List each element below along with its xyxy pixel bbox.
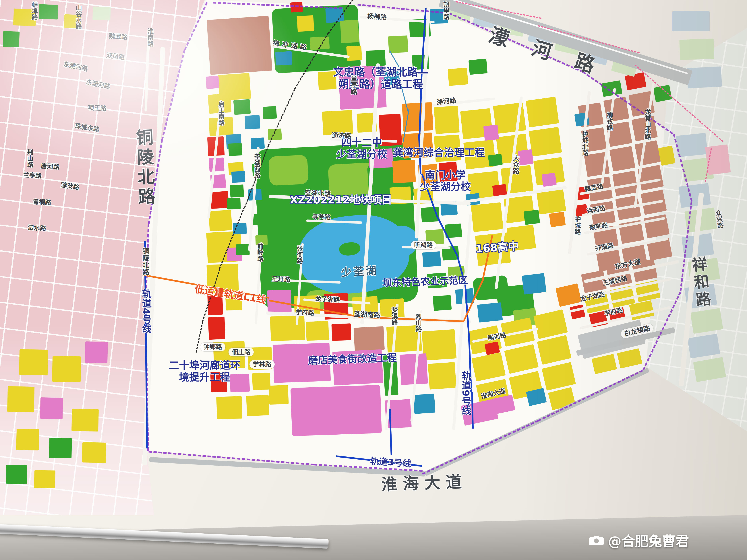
lake-label: 少荃湖 [341, 265, 379, 279]
project-label: 龚湾河综合治理工程 [393, 147, 485, 158]
major-road-label: 铜陵北路 [133, 128, 155, 208]
road-label: 护城北路 [581, 131, 588, 156]
project-label: 168高中 [475, 240, 519, 255]
road-label: 学林路 [250, 360, 275, 369]
road-label: 兰亭路 [23, 171, 42, 179]
road-label: 启王南路 [217, 101, 225, 126]
major-road-label: 淮海大道 [381, 473, 468, 494]
road-label: 运河路 [586, 205, 606, 215]
road-label: 王圩路 [272, 275, 290, 283]
major-road-label: 祥和路 [689, 256, 712, 310]
camera-icon [589, 534, 604, 546]
road-label: 烈山路 [415, 314, 422, 332]
road-label: 钟郢路 [200, 343, 225, 351]
road-label: 通济路 [331, 132, 351, 140]
road-label: 龙脊山北路 [644, 109, 651, 140]
road-label: 青桐路 [32, 198, 51, 206]
road-label: 龙子湖路 [579, 291, 605, 303]
road-label: 魏武路 [108, 32, 127, 41]
road-label: 敬亭路 [589, 221, 608, 232]
road-label: 珠城东路 [74, 122, 100, 133]
road-label: 听鸿路 [411, 241, 436, 249]
road-label: 杨柳路 [367, 12, 387, 21]
watermark-text: @合肥兔曹君 [608, 530, 689, 550]
road-label: 项王路 [88, 104, 107, 112]
road-label: 护城路 [574, 216, 581, 235]
road-label: 开渠路 [595, 242, 614, 252]
road-label: 荆山路 [26, 149, 33, 167]
road-label: 学府路 [295, 309, 314, 317]
road-label: 魏武路 [584, 183, 604, 193]
road-label: 双凤路 [106, 52, 125, 61]
major-road-label: 濛 河 路 [486, 24, 606, 80]
road-label: 荃湖北路 [305, 189, 331, 197]
project-label: 四十二中 少荃湖分校 [336, 137, 387, 160]
road-label: 龙子湖路 [315, 295, 340, 303]
road-label: 东淝河路 [63, 60, 88, 73]
road-label: 潍河路 [436, 97, 457, 106]
project-label: 坝东特色农业示范区 [382, 275, 468, 289]
road-label: 东淝河路 [85, 78, 111, 90]
road-label: 柳孜路 [606, 112, 613, 131]
road-label: 淮南路 [147, 28, 154, 47]
road-label: 大众路 [512, 155, 519, 174]
road-label: 王城西路 [602, 275, 628, 287]
road-label: 闸河路 [487, 331, 507, 342]
road-label: 梅冲湖路 [272, 39, 309, 52]
project-label: 磨店美食街改造工程 [308, 352, 397, 366]
road-label: 唐河路 [41, 162, 60, 170]
road-label: 众兴路 [714, 210, 724, 229]
road-label: 泗水路 [27, 224, 46, 232]
road-label: 东方大道 [614, 258, 641, 270]
rail-label: 轨道4号线 [140, 289, 151, 334]
road-label: 寻芳路 [312, 213, 331, 221]
road-label: 前岭路 [256, 243, 263, 262]
road-label: 莲芡路 [60, 181, 79, 191]
planning-board-photo: 濛 河 路铜陵北路祥和路淮海大道少荃湖文忠路（荃湖北路— 朔里路）道路工程四十二… [0, 0, 747, 560]
road-label: 淮海大道 [480, 387, 506, 400]
rail-label: 轨道9号线 [460, 371, 471, 415]
rail-label: 轨道3号线 [370, 456, 412, 469]
road-label: 山谷水路 [75, 5, 82, 29]
label-layer: 濛 河 路铜陵北路祥和路淮海大道少荃湖文忠路（荃湖北路— 朔里路）道路工程四十二… [0, 0, 747, 560]
road-label: 铜陵北路 [141, 247, 149, 275]
road-label: 荃湖西路 [253, 154, 260, 178]
road-label: 佃庄路 [229, 348, 254, 356]
watermark: @合肥兔曹君 [589, 530, 689, 550]
road-label: 梦溪路 [391, 307, 398, 325]
road-label: 学府路 [604, 306, 623, 317]
project-label: 文忠路（荃湖北路— 朔里路）道路工程 [333, 66, 429, 90]
road-label: 白龙镇路 [620, 323, 654, 339]
road-label: 朔里路 [442, 1, 449, 20]
road-label: 张衡路 [296, 245, 303, 264]
road-label: 荃湖南路 [354, 310, 380, 319]
road-label: 童亭路 [350, 75, 357, 95]
project-label: 南门小学 少荃湖分校 [420, 169, 471, 193]
project-label: 二十埠河廊道环 境提升工程 [169, 359, 240, 383]
road-label: 蚌埠路 [31, 2, 38, 20]
rail-label: 低运量轨道L1线 [194, 283, 267, 306]
